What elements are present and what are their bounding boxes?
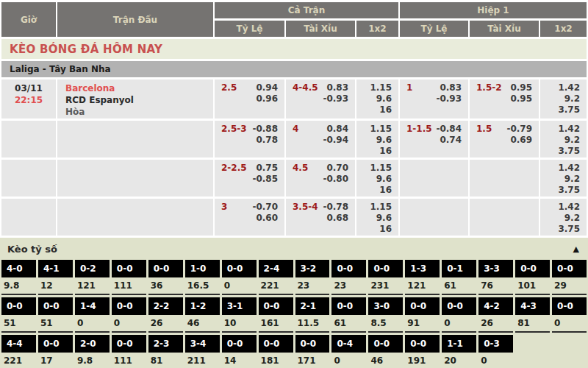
h1-1x2-cell[interactable]: 1.429.23.75 (540, 199, 587, 236)
score-bet-cell[interactable]: 0-046 (368, 335, 403, 368)
score-bet-cell[interactable]: 0-30 (478, 335, 513, 368)
odds-values[interactable]: 0.84-0.94 (323, 124, 348, 146)
score-label[interactable]: 2-2 (148, 297, 183, 315)
score-bet-cell[interactable]: 0-036 (148, 260, 183, 295)
score-label[interactable]: 0-0 (112, 297, 146, 315)
league-header[interactable]: Laliga - Tây Ban Nha (1, 61, 587, 77)
score-bet-cell[interactable]: 0-051 (38, 297, 73, 333)
score-label[interactable]: 4-0 (1, 260, 36, 277)
score-label[interactable]: 4-3 (515, 297, 550, 315)
score-label[interactable]: 1-0 (185, 260, 220, 277)
score-label[interactable]: 0-0 (552, 260, 587, 277)
score-label[interactable]: 0-0 (148, 260, 183, 277)
score-bet-cell[interactable]: 0-40 (331, 335, 366, 368)
odds-values[interactable]: 1.429.23.75 (541, 80, 586, 116)
score-label[interactable]: 0-0 (112, 260, 146, 277)
score-label[interactable]: 0-0 (38, 297, 73, 315)
score-label[interactable]: 0-0 (405, 335, 440, 353)
score-bet-cell[interactable]: 0-014 (222, 335, 257, 368)
score-bet-cell[interactable]: 0-0101 (515, 260, 550, 295)
score-bet-cell[interactable]: 0-029 (552, 260, 587, 295)
score-bet-cell[interactable]: 0-00 (222, 260, 257, 295)
h1-1x2-cell[interactable]: 1.429.23.75 (540, 160, 587, 197)
score-label[interactable]: 0-0 (222, 335, 257, 353)
score-bet-cell[interactable]: 0-051 (1, 297, 36, 333)
score-label[interactable]: 0-1 (442, 260, 476, 277)
odds-values[interactable]: 0.83-0.93 (436, 82, 462, 105)
ft-handicap-cell[interactable]: 2.5-3-0.880.78 (215, 121, 284, 158)
ft-handicap-cell[interactable]: 2.50.940.96 (215, 79, 284, 118)
h1-handicap-cell[interactable]: 1-1.5-0.840.74 (400, 121, 468, 158)
score-label[interactable]: 0-0 (368, 335, 403, 353)
score-label[interactable]: 0-3 (478, 335, 513, 353)
score-bet-cell[interactable]: 0-061 (331, 297, 366, 333)
score-label[interactable]: 3-1 (222, 297, 257, 315)
odds-values[interactable]: 1.429.23.75 (541, 121, 586, 157)
score-bet-cell[interactable]: 3-4211 (185, 335, 220, 368)
odds-values[interactable]: 1.159.616 (357, 121, 398, 157)
odds-values[interactable]: -0.840.74 (436, 124, 462, 146)
score-label[interactable]: 0-0 (442, 297, 476, 315)
score-label[interactable]: 4-1 (38, 260, 73, 277)
score-bet-cell[interactable]: 0-161 (442, 260, 476, 295)
score-bet-cell[interactable]: 0-2121 (75, 260, 110, 295)
odds-values[interactable]: 0.950.95 (510, 82, 532, 105)
ft-1x2-cell[interactable]: 1.159.616 (356, 121, 398, 158)
odds-values[interactable]: -0.790.69 (506, 124, 532, 146)
h1-1x2-cell[interactable]: 1.429.23.75 (540, 79, 587, 118)
odds-values[interactable]: 1.159.616 (357, 80, 398, 116)
score-label[interactable]: 0-0 (1, 297, 36, 315)
score-label[interactable]: 3-4 (185, 335, 220, 353)
score-label[interactable]: 0-2 (75, 260, 110, 277)
score-bet-cell[interactable]: 1-120 (442, 335, 476, 368)
ft-1x2-cell[interactable]: 1.159.616 (356, 199, 398, 236)
ft-handicap-cell[interactable]: 3-0.700.60 (215, 199, 284, 236)
h1-over-under-cell[interactable]: 1.5-20.950.95 (470, 79, 539, 118)
score-bet-cell[interactable]: 3-08.5 (368, 297, 403, 333)
score-label[interactable]: 3-0 (368, 297, 403, 315)
odds-values[interactable]: 0.940.96 (256, 82, 278, 105)
odds-values[interactable]: 0.70-0.80 (323, 163, 348, 185)
score-bet-cell[interactable]: 0-0111 (112, 335, 146, 368)
odds-values[interactable]: -0.780.68 (323, 202, 348, 224)
ft-over-under-cell[interactable]: 3.5-4-0.780.68 (286, 199, 355, 236)
score-bet-cell[interactable]: 0-091 (405, 297, 440, 333)
score-label[interactable]: 0-0 (515, 260, 550, 277)
score-bet-cell[interactable]: 1-246 (185, 297, 220, 333)
score-label[interactable]: 3-2 (295, 260, 330, 277)
match-teams-cell[interactable]: BarcelonaRCD EspanyolHòa (57, 79, 213, 118)
odds-values[interactable]: 1.429.23.75 (541, 199, 586, 235)
score-label[interactable]: 1-4 (75, 297, 110, 315)
score-bet-cell[interactable]: 0-017 (38, 335, 73, 368)
score-bet-cell[interactable]: 0-0161 (259, 297, 293, 333)
score-bet-cell[interactable]: 2-4221 (259, 260, 293, 295)
score-bet-cell[interactable]: 0-0231 (368, 260, 403, 295)
score-label[interactable]: 0-0 (222, 260, 257, 277)
score-bet-cell[interactable]: 3-223 (295, 260, 330, 295)
score-bet-cell[interactable]: 1-3121 (405, 260, 440, 295)
odds-values[interactable]: -0.880.78 (252, 124, 278, 146)
score-bet-cell[interactable]: 2-111.5 (295, 297, 330, 333)
odds-values[interactable]: 1.159.616 (357, 160, 398, 196)
score-label[interactable]: 2-1 (295, 297, 330, 315)
score-label[interactable]: 0-0 (38, 335, 73, 353)
odds-values[interactable]: -0.700.60 (252, 202, 278, 224)
score-label[interactable]: 1-1 (442, 335, 476, 353)
score-label[interactable]: 2-0 (75, 335, 110, 353)
score-label[interactable]: 0-0 (259, 297, 293, 315)
odds-values[interactable]: 0.83-0.93 (323, 82, 348, 105)
score-label[interactable]: 0-0 (405, 297, 440, 315)
score-bet-cell[interactable]: 0-0171 (295, 335, 330, 368)
home-team[interactable]: Barcelona (65, 82, 212, 94)
score-label[interactable]: 3-3 (478, 260, 513, 277)
score-bet-cell[interactable]: 1-40 (75, 297, 110, 333)
score-bet-cell[interactable]: 0-0111 (112, 260, 146, 295)
score-label[interactable]: 0-0 (368, 260, 403, 277)
score-bet-cell[interactable]: 4-4221 (1, 335, 36, 368)
score-label[interactable]: 1-2 (185, 297, 220, 315)
ft-over-under-cell[interactable]: 4.50.70-0.80 (286, 160, 355, 197)
score-bet-cell[interactable]: 2-381 (148, 335, 183, 368)
score-label[interactable]: 0-0 (552, 297, 587, 315)
ft-1x2-cell[interactable]: 1.159.616 (356, 160, 398, 197)
ft-over-under-cell[interactable]: 40.84-0.94 (286, 121, 355, 158)
